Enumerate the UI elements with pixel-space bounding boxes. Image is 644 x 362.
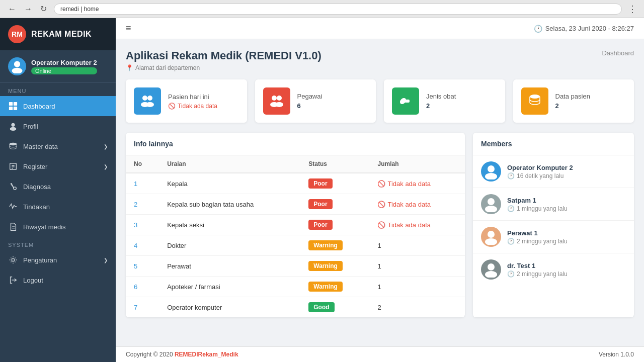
sidebar-item-label: Master data (23, 143, 99, 150)
jumlah-cell: 1 (369, 256, 465, 277)
svg-point-30 (488, 165, 495, 172)
member-item: dr. Test 1 🕐 2 minggu yang lalu (473, 253, 634, 286)
member-time-text: 2 minggu yang lalu (517, 270, 568, 278)
members-panel-header: Members (473, 133, 634, 155)
jumlah-cell: 🚫 Tidak ada data (369, 215, 465, 235)
sidebar-system-label: System (0, 237, 116, 250)
row-uraian: Perawat (159, 256, 300, 277)
svg-point-21 (147, 96, 152, 101)
table-row: 7 Operator komputer Good 2 (126, 297, 465, 318)
sidebar-item-register[interactable]: Register ❯ (0, 156, 116, 176)
svg-point-8 (10, 143, 17, 145)
member-time: 🕐 2 minggu yang lalu (507, 238, 626, 245)
location-icon: 📍 (126, 64, 133, 71)
stat-card-jenis-obat: Jenis obat 2 (384, 79, 505, 123)
row-uraian: Operator komputer (159, 297, 300, 318)
browser-menu-icon[interactable]: ⋮ (626, 4, 639, 15)
svg-rect-4 (9, 107, 13, 110)
sidebar-menu-label: Menu (0, 83, 116, 96)
jumlah-cell: 1 (369, 277, 465, 297)
members-panel: Members Operator Komputer 2 🕐 16 detik y… (473, 133, 634, 317)
jumlah-cell: 2 (369, 297, 465, 318)
clock-icon: 🕐 (534, 25, 542, 33)
row-number: 4 (126, 235, 159, 256)
info-panel: Info lainnya No Uraian Status Jumlah (126, 133, 465, 317)
sidebar-item-label: Register (23, 163, 99, 170)
user-online-status: Online (31, 67, 97, 74)
svg-rect-2 (9, 102, 13, 106)
row-uraian: Kepala sub bagian tata usaha (159, 194, 300, 215)
stat-card-pegawai: Pegawai 6 (255, 79, 376, 123)
stat-icon-pasien (134, 87, 161, 115)
back-button[interactable]: ← (5, 3, 19, 15)
status-badge: Poor (308, 178, 332, 189)
edit-icon (8, 161, 18, 171)
stat-icon-jenis-obat (392, 87, 419, 115)
datetime-display: Selasa, 23 Juni 2020 - 8:26:27 (545, 25, 634, 32)
row-number: 2 (126, 194, 159, 215)
member-name: Operator Komputer 2 (507, 164, 626, 171)
table-row: 5 Perawat Warning 1 (126, 256, 465, 277)
jumlah-cell: 1 (369, 235, 465, 256)
stat-info-pasien: Pasien hari ini 🚫 Tidak ada data (168, 93, 217, 110)
member-name: Perawat 1 (507, 229, 626, 237)
sidebar-item-profil[interactable]: Profil (0, 116, 116, 136)
status-badge: Warning (308, 261, 343, 271)
main-content: ≡ 🕐 Selasa, 23 Juni 2020 - 8:26:27 Aplik… (116, 18, 644, 362)
activity-icon (8, 202, 18, 212)
sidebar-item-logout[interactable]: Logout (0, 270, 116, 290)
sidebar-item-tindakan[interactable]: Tindakan (0, 197, 116, 217)
member-item: Perawat 1 🕐 2 minggu yang lalu (473, 221, 634, 253)
row-status: Poor (300, 173, 369, 194)
brand-title: REKAM MEDIK (31, 30, 92, 39)
svg-rect-5 (14, 107, 17, 110)
hamburger-button[interactable]: ≡ (126, 23, 131, 34)
col-header-jumlah: Jumlah (369, 155, 465, 173)
stat-label-pasien: Pasien hari ini (168, 93, 217, 101)
sidebar-item-dashboard[interactable]: Dashboard (0, 96, 116, 116)
chevron-right-icon: ❯ (104, 257, 108, 263)
logout-icon (8, 275, 18, 285)
svg-point-7 (10, 127, 17, 131)
page-subtitle: 📍 Alamat dari departemen (126, 64, 321, 71)
no-data-indicator: 🚫 Tidak ada data (377, 180, 457, 188)
svg-point-34 (488, 231, 495, 238)
member-avatar (481, 227, 501, 247)
member-avatar (481, 259, 501, 280)
member-time: 🕐 1 minggu yang lalu (507, 205, 626, 212)
browser-navigation[interactable]: ← → ↻ (5, 3, 50, 15)
status-badge: Poor (308, 220, 332, 230)
no-data-indicator: 🚫 Tidak ada data (377, 221, 457, 229)
table-row: 1 Kepala Poor 🚫 Tidak ada data (126, 173, 465, 194)
sidebar-item-pengaturan[interactable]: Pengaturan ❯ (0, 250, 116, 270)
sidebar-item-riwayat-medis[interactable]: Riwayat medis (0, 217, 116, 237)
breadcrumb: Dashboard (602, 49, 634, 57)
row-number: 3 (126, 215, 159, 235)
address-bar[interactable]: remedi | home (54, 4, 622, 15)
stat-card-pasien: Pasien hari ini 🚫 Tidak ada data (126, 79, 247, 123)
footer-version: Version 1.0.0 (599, 351, 634, 358)
member-name: dr. Test 1 (507, 262, 626, 269)
svg-point-25 (277, 96, 282, 101)
ban-icon: 🚫 (377, 221, 385, 229)
svg-rect-9 (10, 163, 17, 170)
reload-button[interactable]: ↻ (37, 3, 50, 15)
user-avatar (8, 57, 26, 75)
member-time: 🕐 16 detik yang lalu (507, 172, 626, 179)
svg-point-22 (146, 102, 154, 107)
topbar-right: 🕐 Selasa, 23 Juni 2020 - 8:26:27 (534, 25, 634, 33)
forward-button[interactable]: → (21, 3, 35, 15)
member-avatar (481, 161, 501, 182)
row-uraian: Kepala (159, 173, 300, 194)
row-status: Warning (300, 256, 369, 277)
jumlah-cell: 🚫 Tidak ada data (369, 173, 465, 194)
footer-brand-link[interactable]: REMEDIRekam_Medik (175, 351, 238, 358)
sidebar-item-diagnosa[interactable]: Diagnosa (0, 176, 116, 197)
sidebar-item-master-data[interactable]: Master data ❯ (0, 136, 116, 156)
version-label: Version (599, 351, 619, 358)
svg-point-33 (485, 206, 497, 212)
sidebar: RM REKAM MEDIK Operator Komputer 2 Onlin… (0, 18, 116, 362)
table-row: 2 Kepala sub bagian tata usaha Poor 🚫 Ti… (126, 194, 465, 215)
ban-icon: 🚫 (168, 103, 176, 110)
svg-point-17 (12, 258, 14, 261)
